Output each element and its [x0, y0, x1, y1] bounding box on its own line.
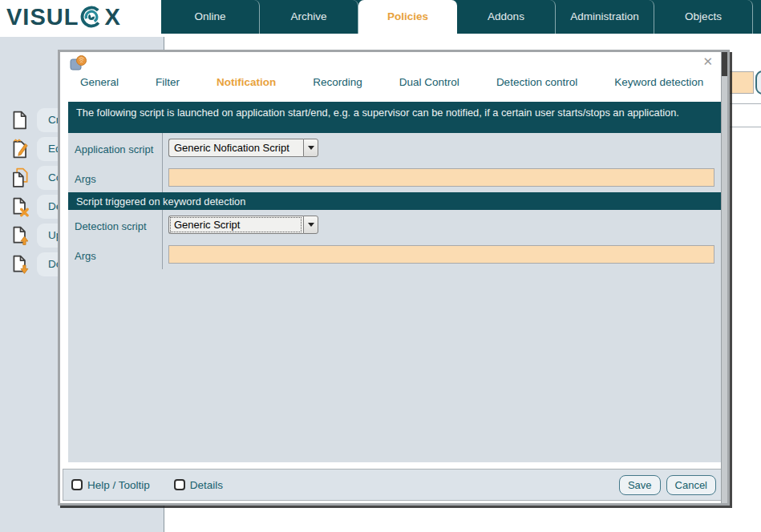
visulox-logo: VISUL X [0, 0, 161, 34]
details-label: Details [190, 479, 223, 491]
edit-document-icon [10, 139, 30, 159]
create-document-icon [10, 110, 30, 131]
dialog-scrollbar[interactable] [721, 52, 727, 503]
dialog-scrollbar-thumb[interactable] [722, 52, 727, 76]
detection-script-value: Generic Script [168, 216, 303, 234]
details-checkbox-group[interactable]: Details [174, 479, 223, 491]
dropdown-arrow-button[interactable] [303, 139, 318, 157]
copy-document-icon [10, 167, 30, 188]
policy-dialog: ✕ General Filter Notification Recording … [58, 50, 730, 506]
logo-text-right: X [104, 6, 120, 29]
application-script-label: Application script [68, 133, 163, 163]
application-script-value: Generic Nofication Script [168, 139, 303, 157]
application-args-input[interactable] [168, 168, 714, 187]
nav-tab-addons[interactable]: Addons [457, 0, 556, 34]
detection-script-label: Detection script [68, 210, 163, 240]
download-document-icon [10, 254, 30, 275]
dialog-tab-general[interactable]: General [80, 76, 119, 88]
dialog-tab-recording[interactable]: Recording [313, 76, 362, 88]
nav-tabs: Online Archive Policies Addons Administr… [161, 0, 753, 34]
chevron-down-icon [308, 223, 314, 227]
dialog-tab-notification[interactable]: Notification [217, 76, 276, 88]
help-tooltip-checkbox-group[interactable]: Help / Tooltip [71, 479, 150, 491]
delete-document-icon [10, 196, 30, 217]
dialog-tabs: General Filter Notification Recording Du… [80, 76, 708, 88]
upload-document-icon [10, 225, 30, 246]
detection-script-block: Detection script Generic Script Args [68, 210, 721, 269]
application-script-select[interactable]: Generic Nofication Script [168, 139, 318, 157]
dialog-tab-filter[interactable]: Filter [156, 76, 180, 88]
dialog-footer: Help / Tooltip Details Save Cancel [63, 469, 725, 501]
notification-dialog-icon [70, 54, 87, 75]
application-args-label: Args [68, 163, 163, 192]
keyword-section-header: Script triggered on keyword detection [68, 192, 721, 210]
nav-tab-administration[interactable]: Administration [556, 0, 654, 34]
detection-args-input[interactable] [168, 245, 714, 264]
detection-script-select[interactable]: Generic Script [168, 216, 318, 234]
nav-tab-policies[interactable]: Policies [358, 0, 457, 34]
save-button[interactable]: Save [619, 475, 661, 495]
nav-tab-objects[interactable]: Objects [654, 0, 753, 34]
nav-tab-archive[interactable]: Archive [260, 0, 358, 34]
dropdown-arrow-button[interactable] [303, 216, 318, 234]
dialog-tab-dual-control[interactable]: Dual Control [399, 76, 459, 88]
chevron-down-icon [308, 146, 314, 150]
application-script-block: Application script Generic Nofication Sc… [68, 133, 721, 192]
details-checkbox[interactable] [174, 479, 185, 490]
logo-text-left: VISUL [6, 6, 79, 29]
nav-tab-online[interactable]: Online [161, 0, 260, 34]
dialog-tab-detection-control[interactable]: Detection control [496, 76, 577, 88]
detection-args-label: Args [68, 240, 163, 269]
close-icon[interactable]: ✕ [702, 55, 713, 67]
visulox-app: Online Archive Policies Addons Administr… [0, 0, 761, 532]
help-tooltip-checkbox[interactable] [71, 479, 83, 490]
logo-spiral-icon [79, 5, 103, 29]
cancel-button[interactable]: Cancel [666, 475, 716, 495]
intro-banner: The following script is launched on appl… [68, 102, 721, 133]
notification-tab-panel: The following script is launched on appl… [68, 102, 721, 462]
background-filter-button[interactable] [755, 71, 761, 95]
dialog-tab-keyword-detection[interactable]: Keyword detection [614, 76, 703, 88]
help-tooltip-label: Help / Tooltip [87, 479, 150, 491]
